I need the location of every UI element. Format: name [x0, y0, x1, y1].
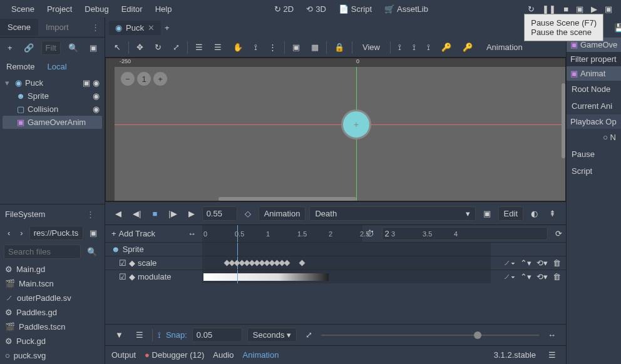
pan-tool[interactable]: ✋ [229, 40, 247, 54]
status-output[interactable]: Output [111, 350, 136, 360]
track-modulate[interactable]: ☑◆modulate ⟋▾⌃▾⟲▾🗑 [105, 270, 566, 283]
mode-assetlib[interactable]: 🛒 AssetLib [378, 2, 434, 16]
tree-node-collision[interactable]: ▢ Collision ◉ [3, 103, 102, 116]
script-icon[interactable]: ▣ [83, 78, 90, 88]
slider-thumb[interactable] [474, 331, 481, 339]
rotate-tool[interactable]: ↻ [151, 40, 165, 54]
fs-item[interactable]: ⚙Paddles.gd [1, 305, 103, 320]
select-tool[interactable]: ↖ [110, 40, 125, 54]
animation-side-label[interactable]: Animation [480, 40, 529, 54]
anim-play-button[interactable]: |▶ [165, 206, 180, 221]
inspector-current-ani[interactable]: Current Ani [567, 98, 621, 114]
loop-icon[interactable]: ⟲▾ [536, 258, 548, 268]
close-tab-button[interactable]: ✕ [148, 23, 155, 33]
fs-item[interactable]: 🎬Paddles.tscn [1, 320, 103, 334]
onion-icon[interactable]: ◐ [527, 206, 541, 221]
tab-scene[interactable]: Scene [0, 19, 38, 36]
fs-item[interactable]: ⚙Puck.gd [1, 334, 103, 348]
status-debugger[interactable]: ● Debugger (12) [145, 350, 204, 360]
animation-select[interactable]: Death ▾ [309, 206, 475, 221]
mode-2d[interactable]: ↻ 2D [268, 2, 300, 16]
move-tool[interactable]: ✥ [133, 40, 147, 54]
search-icon[interactable]: 🔍 [64, 41, 82, 55]
anim-first-button[interactable]: ◀ [111, 206, 125, 221]
tree-node-gameoveranim[interactable]: ▣ GameOverAnim [3, 116, 102, 129]
inspector-script[interactable]: Script [567, 163, 621, 179]
list-icon[interactable]: ☰ [132, 328, 147, 342]
link-button[interactable]: 🔗 [20, 41, 38, 55]
zoom-in-button[interactable]: + [153, 72, 167, 86]
loop-icon[interactable]: ⟲▾ [536, 272, 548, 281]
delete-icon[interactable]: 🗑 [553, 272, 561, 281]
list-tool[interactable]: ☰ [192, 40, 207, 54]
zoom-fit-icon[interactable]: ⤢ [302, 328, 316, 342]
spinner-icon[interactable]: ◇ [241, 206, 255, 221]
check-icon[interactable]: ☑ [119, 258, 126, 268]
bone3-icon[interactable]: ⟟ [423, 40, 434, 55]
interp-icon[interactable]: ⟋▾ [503, 258, 515, 268]
track-sprite-header[interactable]: ☻Sprite [105, 242, 566, 256]
scene-tab-puck[interactable]: ◉ Puck ✕ [109, 21, 161, 35]
add-track-button[interactable]: + Add Track ↔ [105, 226, 202, 241]
subtab-local[interactable]: Local [48, 62, 67, 71]
key-icon[interactable]: 🔑 [438, 40, 455, 54]
mode-3d[interactable]: ⟲ 3D [300, 2, 332, 16]
inspector-playback[interactable]: Playback Op [567, 114, 621, 129]
visibility-icon[interactable]: ◉ [93, 104, 100, 114]
add-script-button[interactable]: ▣ [86, 41, 101, 55]
visibility-icon[interactable]: ◉ [93, 91, 100, 101]
inspector-pause[interactable]: Pause [567, 146, 621, 163]
fs-item[interactable]: ○puck.svg [1, 348, 103, 363]
inspector-section-anim[interactable]: ▣Animat [567, 66, 621, 81]
viewport-scrollbar-v[interactable] [562, 83, 565, 158]
menu-scene[interactable]: Scene [5, 2, 41, 16]
filter-icon[interactable]: ▼ [111, 328, 127, 342]
track-scale[interactable]: ☑◆scale ⟋▾⌃▾⟲▾🗑 [105, 256, 566, 270]
seconds-dropdown[interactable]: Seconds ▾ [247, 328, 297, 342]
snap-input[interactable] [192, 328, 242, 342]
anim-next-button[interactable]: ▶ [185, 206, 198, 221]
inspector-filter[interactable]: Filter propert [567, 52, 621, 66]
filter-nodes-input[interactable] [41, 41, 61, 55]
more-icon[interactable]: ⋮ [265, 40, 280, 54]
fs-path[interactable]: res://Puck.ts [29, 226, 83, 240]
menu-editor[interactable]: Editor [115, 2, 149, 16]
fs-item[interactable]: ⚙Main.gd [1, 262, 103, 276]
status-animation[interactable]: Animation [243, 350, 279, 360]
edit-menu[interactable]: Edit [498, 206, 523, 221]
timeline-ruler[interactable]: 0 0.5 1 1.5 2 2.5 3 3.5 4 [202, 225, 362, 242]
wrap-icon[interactable]: ⌃▾ [520, 258, 531, 268]
scale-tool[interactable]: ⤢ [169, 40, 183, 54]
nav-back-button[interactable]: ‹ [4, 226, 14, 240]
status-audio[interactable]: Audio [213, 350, 234, 360]
lock-tool[interactable]: ☰ [210, 40, 225, 54]
menu-project[interactable]: Project [41, 2, 78, 16]
menu-debug[interactable]: Debug [78, 2, 115, 16]
bone-icon[interactable]: ⟟ [394, 40, 405, 55]
viewport-scrollbar-h[interactable] [218, 197, 356, 201]
resize-icon[interactable]: ↔ [544, 328, 560, 342]
menu-help[interactable]: Help [149, 2, 178, 16]
subtab-remote[interactable]: Remote [6, 62, 35, 71]
status-menu-icon[interactable]: ☰ [545, 348, 560, 362]
search-icon[interactable]: 🔍 [83, 245, 101, 259]
autoplay-button[interactable]: ▣ [480, 206, 495, 221]
add-tab-button[interactable]: + [161, 21, 173, 35]
ruler-tool[interactable]: ⟟ [250, 40, 261, 55]
tree-node-sprite[interactable]: ☻ Sprite ◉ [3, 89, 102, 103]
zoom-out-button[interactable]: − [121, 72, 135, 86]
zoom-reset-button[interactable]: 1 [137, 72, 151, 86]
save-resource-button[interactable]: 💾 [610, 21, 621, 35]
resize-icon[interactable]: ↔ [188, 229, 196, 238]
wrap-icon[interactable]: ⌃▾ [520, 272, 531, 281]
inspector-n[interactable]: ○ N [567, 129, 621, 146]
visibility-icon[interactable]: ◉ [93, 78, 100, 88]
puck-sprite[interactable] [341, 109, 371, 139]
anim-length-input[interactable] [382, 227, 548, 240]
anim-time-input[interactable] [202, 206, 237, 221]
delete-icon[interactable]: 🗑 [553, 258, 561, 268]
panel-menu-icon[interactable]: ⋮ [86, 20, 105, 34]
key2-icon[interactable]: 🔑 [459, 40, 476, 54]
check-icon[interactable]: ☑ [119, 272, 126, 281]
view-menu[interactable]: View [356, 40, 386, 54]
